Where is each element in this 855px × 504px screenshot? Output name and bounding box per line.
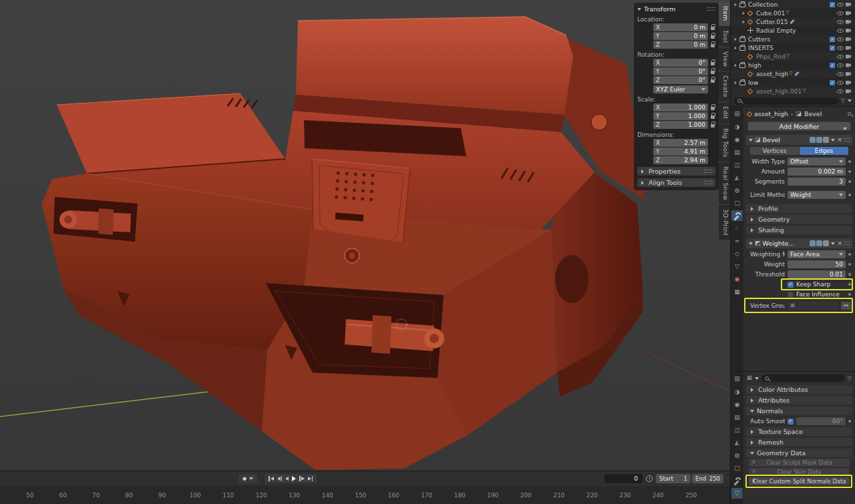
remesh-subpanel-header[interactable]: Remesh xyxy=(746,438,852,447)
previous-keyframe-button[interactable] xyxy=(277,476,283,481)
tab-output-properties[interactable]: ▤ xyxy=(731,147,743,158)
lock-icon[interactable] xyxy=(710,59,715,66)
drag-grip-icon[interactable] xyxy=(707,7,715,11)
rotation-x-field[interactable]: X0° xyxy=(653,59,708,67)
filter-icon[interactable]: ▽ xyxy=(841,98,845,103)
edit-mode-toggle-icon[interactable] xyxy=(810,137,816,143)
rotation-mode-dropdown[interactable]: XYZ Euler xyxy=(653,85,708,93)
jump-to-start-button[interactable] xyxy=(268,476,275,481)
tab-real-snow[interactable]: Real Snow xyxy=(719,162,730,204)
editor-type-selector-icon[interactable]: ⊞ xyxy=(731,109,743,119)
attributes-subpanel-header[interactable]: Attributes xyxy=(746,396,852,405)
lock-icon[interactable] xyxy=(710,121,715,128)
tab-view[interactable]: View xyxy=(719,47,730,71)
tab-output-properties[interactable]: ▤ xyxy=(731,412,743,423)
color-attributes-subpanel-header[interactable]: Color Attributes xyxy=(746,385,852,394)
render-camera-icon[interactable] xyxy=(844,81,852,85)
lock-icon[interactable] xyxy=(710,24,715,31)
lock-icon[interactable] xyxy=(710,41,715,48)
shading-subpanel-header[interactable]: Shading xyxy=(746,226,852,234)
clear-skin-data-button[interactable]: Clear Skin Data xyxy=(749,468,850,476)
filter-icon[interactable]: ▽ xyxy=(848,376,852,381)
properties-subpanel-header[interactable]: Properties xyxy=(637,167,715,176)
pin-icon[interactable] xyxy=(848,112,851,115)
tab-tool-properties[interactable]: ◑ xyxy=(731,387,743,397)
tab-rig-tools[interactable]: Rig Tools xyxy=(719,124,730,162)
location-x-field[interactable]: X0 m xyxy=(653,23,708,31)
drag-grip-icon[interactable] xyxy=(844,242,850,245)
lock-icon[interactable] xyxy=(710,33,715,39)
weighting-mode-dropdown[interactable]: Face Area xyxy=(788,250,846,258)
render-camera-icon[interactable] xyxy=(844,37,852,41)
texture-space-subpanel-header[interactable]: Texture Space xyxy=(746,427,852,436)
tab-view-layer-properties[interactable]: ◫ xyxy=(731,425,743,435)
tab-tool[interactable]: Tool xyxy=(719,26,730,47)
exclude-checkbox[interactable] xyxy=(828,2,836,7)
chevron-down-icon[interactable] xyxy=(249,477,253,482)
width-type-dropdown[interactable]: Offset xyxy=(788,158,846,166)
outliner-row-low[interactable]: low xyxy=(731,78,855,87)
hide-eye-icon[interactable] xyxy=(836,55,844,59)
tab-render-properties[interactable]: ◉ xyxy=(731,134,743,145)
modifier-name[interactable]: Weighte... xyxy=(763,240,795,247)
animate-dot[interactable] xyxy=(848,420,851,423)
animate-dot[interactable] xyxy=(848,160,851,163)
breadcrumb-object-name[interactable]: asset_high xyxy=(754,110,788,117)
render-camera-icon[interactable] xyxy=(844,89,852,93)
search-input[interactable] xyxy=(734,97,838,105)
tab-tool-properties[interactable]: ◑ xyxy=(731,121,743,132)
tab-modifier-properties[interactable] xyxy=(731,210,743,221)
play-reverse-button[interactable] xyxy=(285,477,289,481)
auto-smooth-angle-field[interactable]: 60° xyxy=(796,417,846,425)
tab-render-properties[interactable]: ◉ xyxy=(731,399,743,410)
weight-slider[interactable]: 50 xyxy=(788,260,846,268)
render-camera-icon[interactable] xyxy=(844,46,852,50)
tab-object-data-properties[interactable]: ▽ xyxy=(731,488,743,499)
tab-constraint-properties[interactable]: ◇ xyxy=(731,248,743,259)
outliner-row-cutter015[interactable]: Cutter.015 xyxy=(731,17,855,26)
tab-3d-print[interactable]: 3D-Print xyxy=(719,205,730,240)
transform-panel-header[interactable]: Transform xyxy=(637,5,715,13)
record-icon[interactable] xyxy=(242,477,246,481)
exclude-checkbox[interactable] xyxy=(828,63,836,68)
invert-vertex-group-button[interactable] xyxy=(841,302,851,310)
tab-particle-properties[interactable]: ∴ xyxy=(731,223,743,234)
tab-object-properties[interactable]: □ xyxy=(731,463,743,473)
render-camera-icon[interactable] xyxy=(844,29,852,33)
clear-custom-split-normals-button[interactable]: Clear Custom Split Normals Data xyxy=(749,477,850,485)
lock-icon[interactable] xyxy=(710,77,715,83)
hide-eye-icon[interactable] xyxy=(836,11,844,15)
tab-material-properties[interactable]: ◉ xyxy=(731,274,743,284)
hide-eye-icon[interactable] xyxy=(836,63,844,67)
scale-z-field[interactable]: Z1.000 xyxy=(653,121,708,129)
tab-item[interactable]: Item xyxy=(719,2,730,25)
hide-eye-icon[interactable] xyxy=(836,89,844,93)
expand-caret-icon[interactable] xyxy=(733,63,739,67)
animate-dot[interactable] xyxy=(848,180,851,183)
bevel-modifier-header[interactable]: ◪ Bevel xyxy=(746,135,852,145)
outliner-row-radial-empty[interactable]: Radial Empty xyxy=(731,26,855,35)
geometry-subpanel-header[interactable]: Geometry xyxy=(746,215,852,224)
profile-subpanel-header[interactable]: Profile xyxy=(746,204,852,213)
outliner-row-cutters[interactable]: Cutters xyxy=(731,35,855,43)
animate-dot[interactable] xyxy=(848,283,851,286)
tab-view-layer-properties[interactable]: ◫ xyxy=(731,160,743,170)
editor-type-icon[interactable]: ⊞ xyxy=(747,375,752,381)
rotation-y-field[interactable]: Y0° xyxy=(653,67,708,75)
location-z-field[interactable]: Z0 m xyxy=(653,41,708,49)
timeline-ruler[interactable]: 50 60 70 80 90 100 110 120 130 140 150 1… xyxy=(0,486,730,504)
realtime-toggle-icon[interactable] xyxy=(816,240,822,246)
expand-caret-icon[interactable] xyxy=(733,37,739,41)
tab-physics-properties[interactable]: ≈ xyxy=(731,236,743,246)
normals-subpanel-header[interactable]: Normals xyxy=(746,407,852,415)
jump-to-end-button[interactable] xyxy=(307,476,314,481)
render-camera-icon[interactable] xyxy=(844,3,852,7)
tab-scene-properties[interactable]: ◭ xyxy=(731,437,743,448)
search-input[interactable] xyxy=(761,374,845,382)
hide-eye-icon[interactable] xyxy=(836,37,844,41)
add-modifier-button[interactable]: Add Modifier xyxy=(747,121,851,131)
animate-dot[interactable] xyxy=(848,253,851,256)
exclude-checkbox[interactable] xyxy=(828,45,836,51)
tab-modifier-properties[interactable] xyxy=(731,475,743,486)
expand-caret-icon[interactable] xyxy=(733,3,739,7)
